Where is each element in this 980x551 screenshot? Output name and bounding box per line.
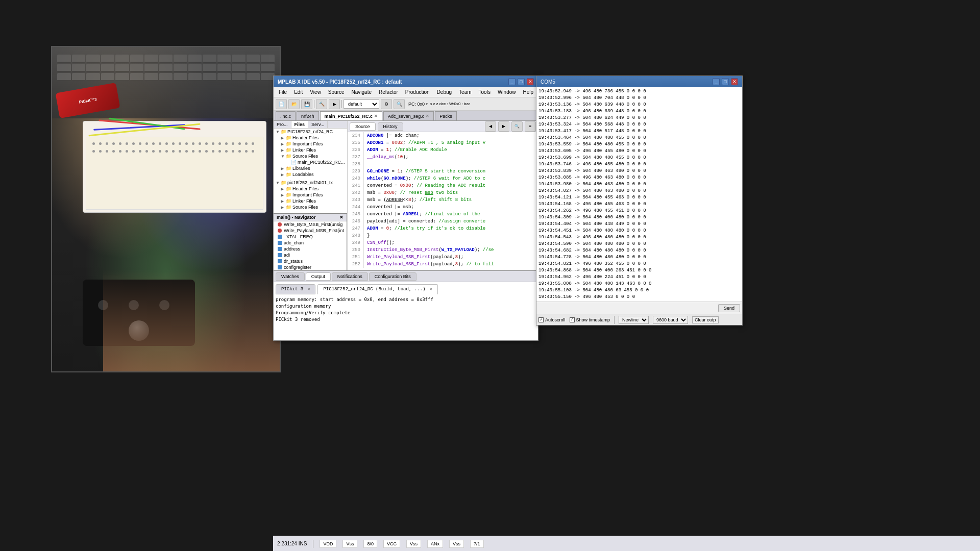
nav-item-dr-status[interactable]: dr_status bbox=[274, 258, 347, 264]
com5-minimize-button[interactable]: _ bbox=[713, 78, 720, 85]
nav-item-configregister[interactable]: configregister bbox=[274, 264, 347, 270]
status-cell-vss: Vss bbox=[342, 540, 357, 548]
tree-important-files[interactable]: ▶ 📁 Important Files bbox=[279, 141, 347, 147]
nav-item-adi[interactable]: adi bbox=[274, 252, 347, 258]
com5-line-11: 19:43:53.746 -> 496 480 455 480 0 0 0 0 bbox=[538, 161, 740, 168]
maximize-button[interactable]: □ bbox=[518, 78, 525, 85]
toolbar-btn-open[interactable]: 📂 bbox=[288, 99, 300, 109]
tab-main[interactable]: main_PIC18f252_RC.c ✕ bbox=[320, 111, 383, 120]
fp-tab-pro[interactable]: Pro... bbox=[274, 121, 291, 128]
tab-packs[interactable]: Packs bbox=[435, 111, 457, 120]
minimize-button[interactable]: _ bbox=[508, 78, 516, 85]
code-toolbar-btn-toggle[interactable]: ≡ bbox=[525, 121, 536, 132]
code-toolbar-btn-fwd[interactable]: ▶ bbox=[498, 121, 509, 132]
menu-debug[interactable]: Debug bbox=[434, 88, 455, 96]
com5-clear-button[interactable]: Clear outp bbox=[692, 316, 719, 323]
tree-header2[interactable]: ▶ 📁 Header Files bbox=[279, 186, 347, 192]
com5-autoscroll-label[interactable]: Autoscroll bbox=[538, 317, 566, 322]
nav-item-write-byte[interactable]: Write_Byte_MSB_First(unsig bbox=[274, 221, 347, 228]
code-line-247: 247 ADON = 0; //let's try if it's ok to … bbox=[348, 225, 538, 232]
folder-icon-proj2: 📁 bbox=[281, 180, 286, 185]
tree-project-root[interactable]: ▼ 📁 PIC18F252_nrf24_RC bbox=[274, 129, 347, 135]
navigator-close-icon[interactable]: ✕ bbox=[339, 215, 344, 220]
file-panel-tabs: Pro... Files Serv... bbox=[274, 121, 347, 129]
com5-line-18: 19:43:54.262 -> 496 480 455 451 0 0 0 0 bbox=[538, 208, 740, 214]
tree-project2-root[interactable]: ▼ 📁 pic18f252_nrf24t01_tx bbox=[274, 180, 347, 186]
close-button[interactable]: ✕ bbox=[527, 78, 534, 85]
toolbar-btn-debug[interactable]: ▶ bbox=[329, 99, 340, 109]
editor-tab-bar: .inc.c nrf24h main_PIC18f252_RC.c ✕ Adc_… bbox=[274, 111, 538, 121]
tree-header-files[interactable]: ▶ 📁 Header Files bbox=[279, 135, 347, 141]
tab-close-main[interactable]: ✕ bbox=[374, 114, 378, 118]
toolbar-config-dropdown[interactable]: default bbox=[344, 99, 379, 109]
com5-baud-select[interactable]: 9600 baud bbox=[653, 316, 688, 324]
toolbar-btn-save[interactable]: 💾 bbox=[301, 99, 312, 109]
com5-maximize-button[interactable]: □ bbox=[722, 78, 729, 85]
com5-timestamp-label[interactable]: Show timestamp bbox=[570, 317, 610, 322]
out-tab-watches[interactable]: Watches bbox=[276, 272, 305, 281]
menu-edit[interactable]: Edit bbox=[291, 88, 306, 96]
subtab-build-close[interactable]: ✕ bbox=[430, 287, 432, 291]
toolbar-btn-settings[interactable]: ⚙ bbox=[381, 99, 392, 109]
tree-linker2[interactable]: ▶ 📁 Linker Files bbox=[279, 198, 347, 204]
menu-help[interactable]: Help bbox=[520, 88, 536, 96]
folder-icon-source: 📁 bbox=[286, 154, 291, 159]
nav-item-address[interactable]: address bbox=[274, 246, 347, 252]
menu-refactor[interactable]: Refactor bbox=[376, 88, 401, 96]
nav-item-xtal[interactable]: _XTAL_FREQ bbox=[274, 234, 347, 240]
toolbar-btn-build[interactable]: 🔨 bbox=[316, 99, 327, 109]
nav-item-adc-chan[interactable]: adc_chan bbox=[274, 240, 347, 246]
menu-tools[interactable]: Tools bbox=[476, 88, 494, 96]
code-toolbar-btn-search[interactable]: 🔍 bbox=[511, 121, 523, 132]
menu-file[interactable]: File bbox=[276, 88, 290, 96]
output-content: PICkit 3 ✕ PIC18F252_nrf24_RC (Build, Lo… bbox=[274, 282, 538, 340]
out-tab-config-bits[interactable]: Configuration Bits bbox=[369, 272, 416, 281]
folder-icon-header: 📁 bbox=[286, 135, 291, 140]
menu-view[interactable]: View bbox=[307, 88, 324, 96]
out-tab-output[interactable]: Output bbox=[306, 272, 331, 281]
com5-line-7: 19:43:53.464 -> 504 480 480 455 0 0 0 0 bbox=[538, 135, 740, 141]
tab-close-adc[interactable]: ✕ bbox=[426, 114, 429, 118]
folder-icon-header2: 📁 bbox=[286, 186, 291, 191]
output-tabs: Watches Output Notifications Configurati… bbox=[274, 271, 538, 282]
menu-window[interactable]: Window bbox=[495, 88, 519, 96]
subtab-pickit3-close[interactable]: ✕ bbox=[308, 287, 310, 291]
tree-main-file[interactable]: 📄 main_PIC18f252_RC... bbox=[284, 159, 347, 165]
com5-line-2: 19:43:53.136 -> 504 480 639 448 0 0 0 0 bbox=[538, 102, 740, 108]
com5-status-sep1 bbox=[614, 316, 615, 324]
code-line-246: 246 payload[adi] = converted; //assign c… bbox=[348, 218, 538, 225]
tree-important2[interactable]: ▶ 📁 Important Files bbox=[279, 192, 347, 198]
tab-nrf24[interactable]: nrf24h bbox=[297, 111, 319, 120]
com5-autoscroll-checkbox[interactable] bbox=[538, 317, 544, 322]
nav-item-write-payload[interactable]: Write_Payload_MSB_First(int bbox=[274, 228, 347, 234]
tree-libraries[interactable]: ▶ 📁 Libraries bbox=[279, 165, 347, 171]
menu-team[interactable]: Team bbox=[456, 88, 474, 96]
tree-label-important2: Important Files bbox=[292, 192, 323, 197]
menu-navigate[interactable]: Navigate bbox=[349, 88, 375, 96]
tree-linker-files[interactable]: ▶ 📁 Linker Files bbox=[279, 147, 347, 153]
fp-tab-serv[interactable]: Serv... bbox=[308, 121, 328, 128]
code-toolbar-btn-back[interactable]: ◀ bbox=[485, 121, 496, 132]
toolbar-btn-search[interactable]: 🔍 bbox=[394, 99, 405, 109]
code-tab-source[interactable]: Source bbox=[350, 122, 376, 131]
com5-close-button[interactable]: ✕ bbox=[731, 78, 738, 85]
com5-line-14: 19:43:53.980 -> 504 480 463 480 0 0 0 0 bbox=[538, 181, 740, 188]
code-tab-history[interactable]: History bbox=[378, 122, 403, 131]
com5-send-button[interactable]: Send bbox=[718, 304, 740, 312]
tree-source2[interactable]: ▶ 📁 Source Files bbox=[279, 204, 347, 210]
menu-source[interactable]: Source bbox=[325, 88, 348, 96]
tab-adc[interactable]: Adc_seven_seg.c ✕ bbox=[383, 111, 434, 120]
out-subtab-pickit3[interactable]: PICkit 3 ✕ bbox=[276, 284, 315, 294]
out-subtab-build[interactable]: PIC18F252_nrf24_RC (Build, Load, ...) ✕ bbox=[317, 284, 437, 294]
tree-source-files[interactable]: ▼ 📁 Source Files bbox=[279, 153, 347, 159]
tab-inc[interactable]: .inc.c bbox=[276, 111, 296, 120]
out-tab-notifications[interactable]: Notifications bbox=[332, 272, 368, 281]
code-line-244: 244 converted |= msb; bbox=[348, 204, 538, 211]
com5-timestamp-checkbox[interactable] bbox=[570, 317, 575, 322]
menu-production[interactable]: Production bbox=[402, 88, 433, 96]
com5-line-13: 19:43:53.085 -> 496 480 463 480 0 0 0 0 bbox=[538, 174, 740, 181]
com5-newline-select[interactable]: Newline bbox=[619, 316, 649, 324]
toolbar-btn-new[interactable]: 📄 bbox=[276, 99, 287, 109]
fp-tab-files[interactable]: Files bbox=[291, 121, 309, 128]
tree-loadables[interactable]: ▶ 📁 Loadables bbox=[279, 171, 347, 178]
